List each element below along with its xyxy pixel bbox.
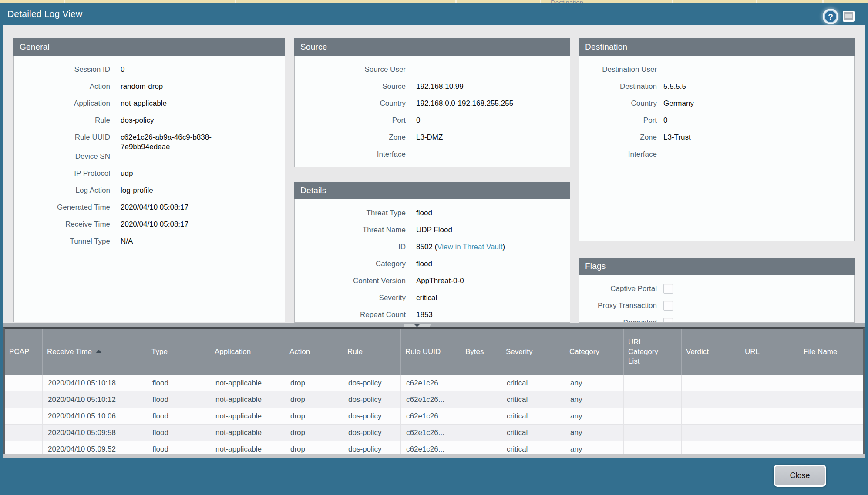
field-value-text: 8502 ( bbox=[416, 243, 437, 251]
table-cell-bytes bbox=[461, 441, 501, 454]
table-header-bytes[interactable]: Bytes bbox=[461, 329, 501, 375]
table-cell-action: drop bbox=[285, 441, 343, 454]
table-header-action[interactable]: Action bbox=[285, 329, 343, 375]
table-header-label: Application bbox=[215, 347, 251, 357]
field-row-source: Source192.168.10.99 bbox=[295, 82, 570, 99]
panel-header-source: Source bbox=[294, 38, 570, 56]
close-button[interactable]: Close bbox=[774, 465, 826, 487]
field-row-zone: ZoneL3-DMZ bbox=[295, 133, 570, 150]
table-cell-category: any bbox=[565, 408, 624, 425]
panel-body-flags: Captive PortalProxy TransactionDecrypted bbox=[579, 275, 855, 323]
field-row-threat-type: Threat Typeflood bbox=[295, 208, 570, 225]
table-cell-severity: critical bbox=[501, 408, 565, 425]
field-label: Zone bbox=[579, 133, 657, 142]
table-header-rule-uuid[interactable]: Rule UUID bbox=[401, 329, 461, 375]
field-value: 8502 (View in Threat Vault) bbox=[416, 242, 505, 252]
table-cell-url bbox=[740, 425, 799, 441]
table-cell-rule-uuid: c62e1c26... bbox=[401, 391, 461, 408]
table-header-file-name[interactable]: File Name bbox=[799, 329, 863, 375]
table-cell-rule-uuid: c62e1c26... bbox=[401, 425, 461, 441]
captive-portal-checkbox[interactable] bbox=[663, 284, 673, 294]
field-label: Country bbox=[295, 99, 406, 108]
field-row-ip-protocol: IP Protocoludp bbox=[14, 169, 285, 186]
pane-splitter bbox=[3, 323, 865, 327]
field-label: Device SN bbox=[14, 152, 110, 161]
table-cell-file-name bbox=[799, 391, 863, 408]
field-row-device-sn: Device SN bbox=[14, 152, 285, 169]
table-header-url-category-list[interactable]: URL Category List bbox=[624, 329, 682, 375]
table-row[interactable]: 2020/04/10 05:10:06floodnot-applicabledr… bbox=[5, 408, 863, 425]
table-cell-rule: dos-policy bbox=[343, 391, 401, 408]
background-column-divider bbox=[540, 0, 541, 3]
help-icon[interactable]: ? bbox=[824, 10, 837, 23]
decrypted-checkbox[interactable] bbox=[663, 318, 673, 323]
restore-window-icon-inner bbox=[845, 14, 852, 18]
panel-body-destination: Destination UserDestination5.5.5.5Countr… bbox=[579, 56, 855, 241]
field-value bbox=[663, 301, 673, 311]
field-label: Application bbox=[14, 99, 110, 108]
table-row[interactable]: 2020/04/10 05:09:52floodnot-applicabledr… bbox=[5, 441, 863, 454]
table-cell-receive-time: 2020/04/10 05:10:18 bbox=[43, 375, 147, 391]
table-header-url[interactable]: URL bbox=[740, 329, 799, 375]
table-cell-url bbox=[740, 391, 799, 408]
field-row-country: Country192.168.0.0-192.168.255.255 bbox=[295, 99, 570, 116]
table-header-type[interactable]: Type bbox=[147, 329, 210, 375]
table-cell-receive-time: 2020/04/10 05:09:58 bbox=[43, 425, 147, 441]
threat-vault-link[interactable]: View in Threat Vault bbox=[437, 243, 502, 251]
field-label: Decrypted bbox=[579, 318, 657, 323]
table-cell-url-category-list bbox=[624, 375, 682, 391]
restore-window-icon[interactable] bbox=[843, 11, 855, 22]
panel-header-general: General bbox=[13, 38, 285, 56]
column-destination-flags: Destination Destination UserDestination5… bbox=[579, 25, 855, 323]
field-value: 2020/04/10 05:08:17 bbox=[121, 203, 188, 212]
background-column-divider bbox=[455, 0, 457, 3]
table-row[interactable]: 2020/04/10 05:10:18floodnot-applicabledr… bbox=[5, 375, 863, 391]
table-cell-rule: dos-policy bbox=[343, 425, 401, 441]
field-value: Germany bbox=[663, 99, 694, 108]
table-header-pcap[interactable]: PCAP bbox=[5, 329, 43, 375]
table-header-verdict[interactable]: Verdict bbox=[682, 329, 740, 375]
table-cell-file-name bbox=[799, 425, 863, 441]
panel-body-general: Session ID0Actionrandom-dropApplicationn… bbox=[13, 56, 285, 322]
table-cell-severity: critical bbox=[501, 425, 565, 441]
table-header-label: Action bbox=[289, 347, 310, 357]
field-row-zone: ZoneL3-Trust bbox=[579, 133, 854, 150]
field-row-interface: Interface bbox=[295, 150, 570, 167]
table-row[interactable]: 2020/04/10 05:10:12floodnot-applicabledr… bbox=[5, 391, 863, 408]
dialog-title: Detailed Log View bbox=[7, 9, 82, 19]
table-cell-action: drop bbox=[285, 375, 343, 391]
table-header-label: URL bbox=[745, 347, 760, 357]
field-value: 0 bbox=[663, 116, 667, 125]
column-source-details: Source Source UserSource192.168.10.99Cou… bbox=[294, 25, 570, 323]
table-cell-bytes bbox=[461, 391, 501, 408]
table-header-application[interactable]: Application bbox=[210, 329, 285, 375]
table-header-rule[interactable]: Rule bbox=[343, 329, 401, 375]
table-row[interactable]: 2020/04/10 05:09:58floodnot-applicabledr… bbox=[5, 425, 863, 441]
table-cell-application: not-applicable bbox=[210, 425, 285, 441]
table-header-label: Bytes bbox=[465, 347, 484, 357]
field-row-severity: Severitycritical bbox=[295, 293, 570, 310]
table-cell-url-category-list bbox=[624, 425, 682, 441]
table-body: 2020/04/10 05:10:18floodnot-applicabledr… bbox=[5, 375, 863, 454]
proxy-transaction-checkbox[interactable] bbox=[663, 301, 673, 311]
field-value: dos-policy bbox=[121, 116, 154, 125]
background-column-divider bbox=[756, 0, 757, 3]
table-scrollbar-track[interactable] bbox=[3, 454, 865, 458]
background-column-divider bbox=[64, 0, 65, 3]
table-cell-rule: dos-policy bbox=[343, 375, 401, 391]
table-header-severity[interactable]: Severity bbox=[501, 329, 565, 375]
field-value: L3-DMZ bbox=[416, 133, 443, 142]
field-row-action: Actionrandom-drop bbox=[14, 82, 285, 99]
table-header-label: Rule UUID bbox=[405, 347, 441, 357]
table-header-receive-time[interactable]: Receive Time bbox=[43, 329, 147, 375]
field-row-country: CountryGermany bbox=[579, 99, 854, 116]
table-cell-verdict bbox=[682, 441, 740, 454]
table-cell-type: flood bbox=[147, 408, 210, 425]
field-label: Threat Type bbox=[295, 208, 406, 218]
field-label: Interface bbox=[579, 150, 657, 159]
table-cell-type: flood bbox=[147, 425, 210, 441]
field-row-proxy-transaction: Proxy Transaction bbox=[579, 301, 854, 318]
panel-body-source: Source UserSource192.168.10.99Country192… bbox=[294, 56, 570, 167]
table-header-category[interactable]: Category bbox=[565, 329, 624, 375]
table-cell-pcap bbox=[5, 408, 43, 425]
